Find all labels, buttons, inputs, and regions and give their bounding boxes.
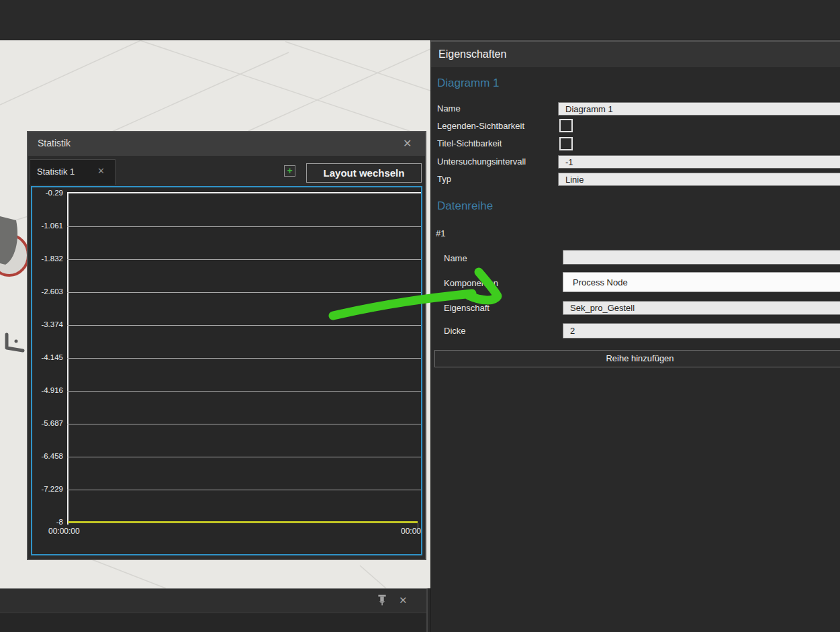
title-visibility-checkbox[interactable] [559,137,573,150]
x-axis-tick-start: 00:00:00 [48,527,80,536]
y-axis-tick: -0.29 [32,189,63,197]
series-line [68,521,418,523]
gridline [67,325,421,326]
series-property-select[interactable] [563,301,840,315]
series-thickness-label: Dicke [444,326,466,336]
diagram-name-label: Name [437,103,461,114]
series-row-label: #1 [436,228,445,238]
tab-close-icon[interactable]: ✕ [97,166,105,176]
y-axis-tick: -6.458 [32,452,63,460]
layout-switch-button[interactable]: Layout wechseln [306,163,422,183]
bottom-dock-panel: ✕ [0,588,428,632]
properties-header-bar: Eigenschaften [431,42,840,67]
gridline [67,226,421,227]
add-tab-button[interactable]: + [284,165,295,177]
interval-input[interactable] [558,155,840,169]
tab-statistik-1[interactable]: Statistik 1 ✕ [30,159,115,185]
legend-visibility-label: Legenden-Sichtbarkeit [437,121,524,131]
x-axis-tick-end: 00:00:00 [401,527,422,536]
type-input[interactable] [558,173,840,186]
dock-close-icon[interactable]: ✕ [399,595,408,606]
statistik-close-icon[interactable]: ✕ [403,137,412,150]
statistik-window: Statistik ✕ Statistik 1 ✕ + Layout wechs… [27,131,426,560]
gridline [67,457,421,457]
diagram-section-header: Diagramm 1 [437,77,500,90]
y-axis-tick: -4.916 [32,386,63,394]
gridline [67,358,421,359]
series-name-label: Name [444,253,467,263]
gridline [67,391,421,392]
plot-top-border [67,192,421,193]
series-property-label: Eigenschaft [444,303,489,313]
y-axis-tick: -5.687 [32,419,63,427]
properties-title: Eigenschaften [438,48,506,60]
diagram-name-input[interactable] [558,102,840,116]
gridline [67,424,421,424]
series-name-input[interactable] [563,250,840,265]
gridline [67,490,421,490]
y-axis-tick: -1.832 [32,255,63,263]
series-component-label: Komponenten [444,278,498,288]
legend-visibility-checkbox[interactable] [559,119,573,132]
y-axis-tick: -3.374 [32,320,63,328]
app-window: ✕ Eigenschaften Diagramm 1 Name Legenden… [0,0,840,632]
gridline [67,259,421,260]
series-component-select[interactable] [563,272,840,292]
statistik-window-title: Statistik [38,138,71,148]
y-axis-tick: -7.229 [32,485,63,493]
pin-icon[interactable] [376,593,388,606]
add-series-button[interactable]: Reihe hinzufügen [434,350,840,367]
y-axis-tick: -2.603 [32,287,63,296]
y-axis-tick: -1.061 [32,222,63,230]
series-section-header: Datenreihe [437,199,493,213]
interval-label: Untersuchungsintervall [437,156,526,167]
type-label: Typ [437,174,451,184]
series-thickness-input[interactable] [563,323,840,338]
properties-panel: Eigenschaften Diagramm 1 Name Legenden-S… [430,40,840,632]
title-visibility-label: Titel-Sichtbarkeit [437,138,502,148]
statistik-titlebar[interactable]: Statistik ✕ [28,132,425,156]
y-axis-tick: -4.145 [32,353,63,361]
viewport-object [0,216,28,351]
line-chart[interactable]: -0.29 -1.061 -1.832 -2.603 -3.374 -4.145… [31,186,422,555]
dock-header [0,589,426,613]
statistik-tabstrip: Statistik 1 ✕ + Layout wechseln [28,156,425,185]
y-axis-tick: -8 [32,518,63,526]
tab-label: Statistik 1 [37,167,75,177]
gridline [67,292,421,293]
top-bar [0,0,840,40]
